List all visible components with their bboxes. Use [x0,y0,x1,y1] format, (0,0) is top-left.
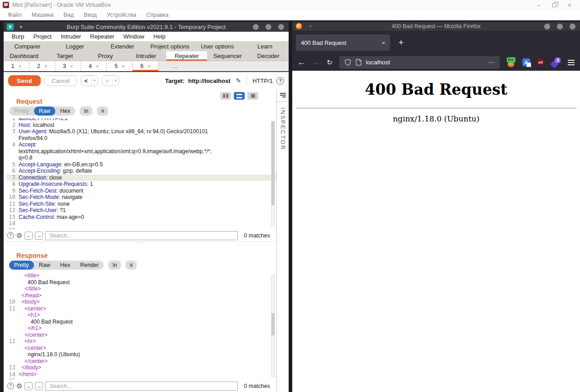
repeater-tab-4[interactable]: 4× [81,61,107,71]
tab-pretty[interactable]: Pretty [9,106,34,116]
close-tab-icon[interactable]: × [70,63,73,69]
repeater-tab-6[interactable]: 6× [133,61,159,71]
tool-tab-logger[interactable]: Logger [51,42,99,51]
repeater-tab-1[interactable]: 1× [4,61,29,71]
tab-raw[interactable]: Raw [34,261,55,270]
gear-icon[interactable]: ⚙ [16,382,22,389]
close-tab-icon[interactable]: × [44,63,47,69]
forward-button[interactable]: → [312,58,320,66]
panel-splitter[interactable]: ··· [4,242,276,246]
tool-tab-user-options[interactable]: User options [193,42,241,51]
repeater-tab-3[interactable]: 3× [55,61,81,71]
tool-tab-dashboard[interactable]: Dashboard [4,51,44,61]
columns-layout-button[interactable] [220,92,231,100]
tool-tab-comparer[interactable]: Comparer [4,42,51,51]
gear-icon[interactable]: ⚙ [16,232,22,239]
rows-layout-button[interactable] [234,92,245,100]
window-control-button[interactable] [544,24,550,29]
close-tab-icon[interactable]: × [96,63,99,69]
tab-hex[interactable]: Hex [55,106,75,116]
newline-toggle-button[interactable]: \n [80,106,92,116]
close-button[interactable]: × [562,0,577,10]
burp-menu-intruder[interactable]: Intruder [56,32,86,42]
repeater-tab-5[interactable]: 5× [107,61,133,71]
tool-tab-decoder[interactable]: Decoder [248,51,289,61]
browser-tab[interactable]: 400 Bad Request × [296,34,390,51]
tab-render[interactable]: Render [75,261,104,270]
next-match-button[interactable]: → [35,232,43,240]
page-info-icon[interactable] [356,59,362,66]
previous-match-button[interactable]: ← [24,382,33,390]
scrollbar-thumb[interactable] [271,121,275,205]
previous-request-button[interactable]: < ▾ [81,75,98,86]
menu-icon[interactable] [568,60,575,65]
inspector-sidebar[interactable]: INSPECTOR [276,89,289,392]
next-request-button[interactable]: > ▾ [102,75,120,86]
response-scrollbar[interactable] [271,275,275,377]
newline-toggle-button[interactable]: \n [108,261,121,270]
repeater-tab-2[interactable]: 2× [29,61,55,71]
http-version-selector[interactable]: HTTP/1 [252,77,273,84]
burp-menu-burp[interactable]: Burp [7,32,29,42]
scrollbar-thumb[interactable] [271,313,275,335]
restore-button[interactable] [546,0,562,10]
proxy-extension-icon[interactable]: Bur [507,58,516,67]
tool-tab-target[interactable]: Target [44,51,85,61]
burp-titlebar[interactable]: Burp Suite Community Edition v2021.9.1 -… [4,22,289,32]
tool-tab-sequencer[interactable]: Sequencer [207,51,248,61]
page-actions-icon[interactable]: ⋯ [488,58,495,67]
host-menu-item-6[interactable]: Справка [141,10,174,20]
editor-menu-button[interactable]: ≡ [126,261,137,270]
response-search-input[interactable] [45,382,238,391]
edit-target-icon[interactable]: ✎ [236,77,241,84]
send-button[interactable]: Send [8,75,41,86]
window-control-button[interactable] [266,24,271,30]
help-icon[interactable]: ? [7,382,14,389]
host-menu-item-1[interactable]: Файл [3,10,27,20]
window-control-button[interactable] [278,24,284,30]
repeater-tab-overflow[interactable]: ... [159,61,191,71]
previous-match-button[interactable]: ← [24,232,33,240]
host-menu-item-5[interactable]: Устройства [102,10,141,20]
tab-pretty[interactable]: Pretty [9,261,34,270]
response-editor[interactable]: <title> 400 Bad Request </title> </head>… [4,272,276,380]
single-layout-button[interactable] [247,92,258,100]
inspector-toggle-icon[interactable] [280,93,286,97]
burp-menu-help[interactable]: Help [149,32,170,42]
translate-extension-icon[interactable]: A [522,58,530,66]
host-menu-item-2[interactable]: Машина [27,10,58,20]
tool-tab-intruder[interactable]: Intruder [126,51,167,61]
burp-menu-project[interactable]: Project [29,32,56,42]
request-search-input[interactable] [45,231,238,240]
tab-hex[interactable]: Hex [55,261,75,270]
tool-tab-project-options[interactable]: Project options [146,42,193,51]
window-control-button[interactable] [570,24,575,29]
tool-tab-extender[interactable]: Extender [99,42,146,51]
containers-extension-icon[interactable]: 3 [551,58,561,68]
window-control-button[interactable] [253,24,259,30]
inspector-label[interactable]: INSPECTOR [280,107,286,150]
close-tab-icon[interactable]: × [122,63,125,69]
help-icon[interactable]: ? [276,77,284,85]
close-tab-icon[interactable]: × [382,39,385,46]
host-menu-item-4[interactable]: Ввод [79,10,102,20]
splitter-handle-icon[interactable]: ··· [136,239,144,246]
request-editor[interactable]: 1adsfGET / HTTP/1.12Host: localhost3User… [4,118,276,229]
request-scrollbar[interactable] [271,121,275,227]
tool-tab-proxy[interactable]: Proxy [85,51,126,61]
ublock-extension-icon[interactable]: uO [537,58,544,67]
new-tab-button[interactable]: + [394,35,408,50]
close-tab-icon[interactable]: × [19,63,21,69]
close-tab-icon[interactable]: × [148,63,150,69]
firefox-titlebar[interactable]: 400 Bad Request — Mozilla Firefox [292,22,580,31]
next-match-button[interactable]: → [35,382,43,390]
window-control-button[interactable] [557,24,563,29]
back-button[interactable]: ← [298,58,305,66]
burp-menu-repeater[interactable]: Repeater [86,32,119,42]
tool-tab-learn[interactable]: Learn [241,42,289,51]
editor-menu-button[interactable]: ≡ [97,106,108,116]
caret-down-icon[interactable]: ▾ [91,76,98,86]
caret-down-icon[interactable]: ▾ [112,76,119,86]
url-text[interactable]: localhost [366,59,483,66]
tool-tab-repeater[interactable]: Repeater [166,51,207,61]
